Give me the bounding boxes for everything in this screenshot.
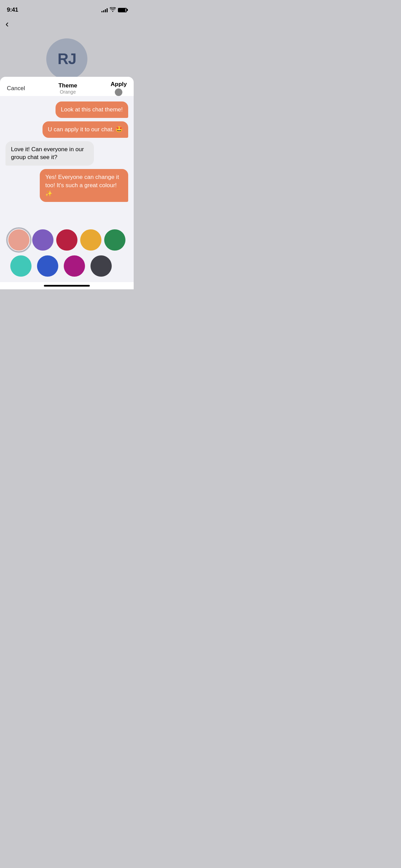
signal-icon bbox=[101, 8, 108, 12]
sheet-title-block: Theme Orange bbox=[58, 82, 77, 95]
avatar: RJ bbox=[46, 38, 87, 80]
cancel-button[interactable]: Cancel bbox=[7, 85, 25, 92]
message-row: Look at this chat theme! bbox=[5, 101, 128, 118]
message-row: U can apply it to our chat. 🤩 bbox=[5, 121, 128, 138]
color-swatch-teal[interactable] bbox=[10, 255, 32, 277]
sent-bubble: Yes! Everyone can change it too! It's su… bbox=[40, 169, 128, 202]
color-swatch-salmon[interactable] bbox=[8, 229, 29, 251]
theme-bottom-sheet: Cancel Theme Orange Apply Look at this c… bbox=[0, 77, 134, 289]
color-row-2 bbox=[7, 255, 127, 277]
color-swatch-crimson[interactable] bbox=[56, 229, 77, 251]
sent-bubble: U can apply it to our chat. 🤩 bbox=[42, 121, 129, 138]
chat-preview: Look at this chat theme! U can apply it … bbox=[0, 96, 134, 222]
message-row: Yes! Everyone can change it too! It's su… bbox=[5, 169, 128, 202]
received-bubble: Love it! Can everyone in our group chat … bbox=[5, 141, 94, 166]
color-swatch-darkgray[interactable] bbox=[90, 255, 112, 277]
status-icons bbox=[101, 7, 127, 13]
color-row-1 bbox=[7, 229, 127, 251]
color-swatch-purple[interactable] bbox=[32, 229, 53, 251]
back-button[interactable]: ‹ bbox=[5, 19, 9, 29]
message-row: Love it! Can everyone in our group chat … bbox=[5, 141, 128, 166]
apply-dot bbox=[115, 88, 122, 96]
apply-button[interactable]: Apply bbox=[111, 81, 127, 88]
color-picker bbox=[0, 222, 134, 282]
wifi-icon bbox=[110, 7, 116, 13]
avatar-initials: RJ bbox=[58, 50, 76, 68]
sent-bubble: Look at this chat theme! bbox=[56, 101, 129, 118]
color-swatch-green[interactable] bbox=[104, 229, 125, 251]
home-bar bbox=[44, 285, 90, 287]
sheet-title: Theme bbox=[58, 82, 77, 89]
sheet-subtitle: Orange bbox=[60, 89, 76, 95]
color-swatch-magenta[interactable] bbox=[64, 255, 85, 277]
apply-btn-wrap: Apply bbox=[111, 81, 127, 96]
color-swatch-yellow[interactable] bbox=[80, 229, 101, 251]
status-time: 9:41 bbox=[7, 7, 18, 13]
home-indicator bbox=[0, 282, 134, 289]
status-bar: 9:41 bbox=[0, 0, 134, 15]
battery-icon bbox=[118, 8, 127, 12]
color-swatch-blue[interactable] bbox=[37, 255, 58, 277]
sheet-header: Cancel Theme Orange Apply bbox=[0, 77, 134, 96]
